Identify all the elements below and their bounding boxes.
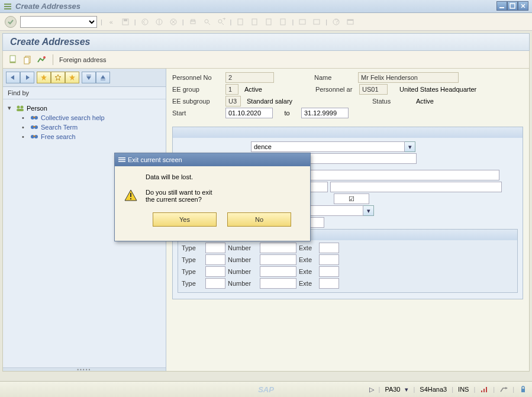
fav-open-button[interactable]	[51, 72, 65, 83]
splitter-handle[interactable]: ▪▪▪▪▪	[3, 367, 166, 371]
binoculars-icon	[30, 124, 38, 131]
minimize-button[interactable]	[496, 1, 507, 11]
back-icon[interactable]	[140, 17, 150, 27]
collapse-icon[interactable]: ▾	[8, 104, 14, 112]
svg-rect-59	[118, 159, 125, 160]
svg-rect-54	[33, 126, 36, 127]
svg-rect-23	[252, 19, 257, 25]
print-icon[interactable]	[188, 17, 198, 27]
fav-add-button[interactable]	[37, 72, 51, 83]
chevron-down-icon[interactable]: ▾	[363, 205, 374, 216]
command-field[interactable]	[20, 16, 97, 28]
comm-number[interactable]	[260, 278, 296, 289]
prev-page-icon[interactable]	[249, 17, 260, 27]
chevron-down-icon[interactable]: ▾	[405, 141, 415, 152]
application-toolbar: Foreign address	[2, 51, 530, 69]
input-field[interactable]	[330, 182, 502, 192]
field-start[interactable]: 01.10.2020	[225, 108, 273, 118]
comm-ext[interactable]	[319, 266, 339, 277]
comm-ext[interactable]	[319, 243, 339, 253]
status-expand-icon[interactable]: ▷	[369, 386, 374, 393]
fav-del-button[interactable]	[65, 72, 79, 83]
comm-ext[interactable]	[319, 254, 339, 265]
comm-row: Type Number Exte	[182, 243, 514, 253]
comm-ext[interactable]	[319, 278, 339, 289]
shortcut-icon[interactable]	[311, 17, 322, 27]
comm-number[interactable]	[260, 243, 296, 253]
cancel-icon[interactable]	[168, 17, 179, 27]
svg-marker-44	[101, 75, 105, 79]
connection-icon[interactable]	[499, 385, 508, 393]
svg-rect-58	[118, 157, 125, 159]
svg-marker-39	[41, 75, 47, 80]
tree-node-freesearch[interactable]: • Free search	[8, 132, 161, 141]
svg-marker-42	[86, 76, 91, 80]
txt-status: Active	[416, 98, 434, 105]
svg-point-36	[43, 56, 46, 59]
enter-button[interactable]	[5, 16, 17, 28]
lock-icon[interactable]	[519, 385, 527, 393]
help-icon[interactable]: ?	[331, 17, 341, 27]
dialog-menu-icon[interactable]	[118, 156, 125, 163]
sap-logo: SAP	[258, 385, 274, 394]
svg-text:?: ?	[335, 18, 338, 25]
expand-button[interactable]	[82, 72, 96, 83]
svg-point-46	[17, 105, 20, 108]
nav-forward-button[interactable]	[20, 72, 34, 83]
menu-icon[interactable]	[4, 2, 12, 11]
new-session-icon[interactable]	[297, 17, 308, 27]
foreign-address-button[interactable]: Foreign address	[59, 56, 107, 63]
copy-doc-icon[interactable]	[22, 54, 33, 65]
signal-icon[interactable]	[480, 385, 488, 393]
svg-rect-27	[314, 20, 320, 24]
dialog-titlebar[interactable]: Exit current screen	[115, 153, 310, 166]
comm-type[interactable]	[205, 243, 225, 253]
page-title-text: Create Addresses	[10, 37, 90, 47]
chevron-down-icon[interactable]: ▾	[405, 386, 408, 393]
save-icon[interactable]	[120, 17, 131, 27]
svg-rect-65	[483, 389, 485, 392]
layout-icon[interactable]	[345, 17, 356, 27]
comm-row: Type Number Exte	[182, 278, 514, 289]
svg-marker-37	[11, 75, 14, 80]
close-button[interactable]	[518, 1, 528, 11]
comm-type[interactable]	[205, 254, 225, 265]
svg-rect-64	[481, 390, 482, 392]
comm-type[interactable]	[205, 266, 225, 277]
exit-icon[interactable]	[154, 17, 165, 27]
next-page-icon[interactable]	[263, 17, 274, 27]
comm-number[interactable]	[260, 254, 296, 265]
comm-type[interactable]	[205, 278, 225, 289]
svg-rect-4	[510, 4, 515, 8]
find-next-icon[interactable]: +	[216, 17, 227, 27]
chevrons-left-icon[interactable]: «	[106, 17, 117, 27]
svg-point-17	[205, 20, 208, 23]
dialog-text-3: the current screen?	[146, 196, 212, 203]
new-doc-icon[interactable]	[8, 54, 18, 65]
checkbox-field[interactable]: ☑	[334, 193, 369, 204]
comm-row: Type Number Exte	[182, 254, 514, 265]
svg-rect-57	[33, 135, 36, 137]
first-page-icon[interactable]	[235, 17, 246, 27]
tree-node-person[interactable]: ▾ Person	[8, 103, 161, 113]
svg-rect-51	[33, 117, 36, 118]
tree-node-searchterm[interactable]: • Search Term	[8, 122, 161, 132]
txt-eesub: Standard salary	[243, 98, 308, 105]
last-page-icon[interactable]	[278, 17, 288, 27]
svg-rect-3	[499, 7, 504, 8]
find-icon[interactable]	[202, 17, 212, 27]
maximize-button[interactable]	[507, 1, 518, 11]
yes-button[interactable]: Yes	[153, 212, 217, 227]
comm-number[interactable]	[260, 266, 296, 277]
tree-node-collective[interactable]: • Collective search help	[8, 113, 161, 122]
address-type-dropdown[interactable]: ▾	[251, 141, 415, 152]
lbl-persarea: Personnel ar	[315, 86, 357, 93]
lbl-eegroup: EE group	[172, 86, 223, 93]
overview-icon[interactable]	[36, 54, 47, 65]
lbl-eesub: EE subgroup	[172, 98, 223, 105]
nav-back-button[interactable]	[6, 72, 20, 83]
field-to[interactable]: 31.12.9999	[301, 108, 349, 118]
collapse-button[interactable]	[96, 72, 110, 83]
svg-rect-24	[266, 19, 271, 25]
no-button[interactable]: No	[227, 212, 291, 227]
